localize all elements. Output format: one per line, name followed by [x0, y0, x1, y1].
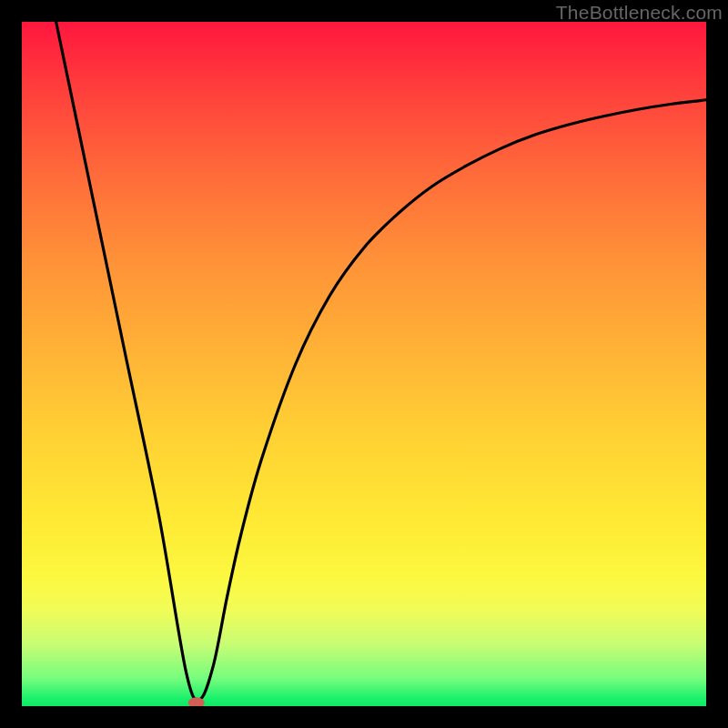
chart-container: TheBottleneck.com — [0, 0, 728, 728]
plot-area — [22, 22, 706, 706]
watermark-text: TheBottleneck.com — [556, 2, 723, 24]
curve-layer — [22, 22, 706, 706]
bottleneck-curve — [56, 22, 706, 700]
